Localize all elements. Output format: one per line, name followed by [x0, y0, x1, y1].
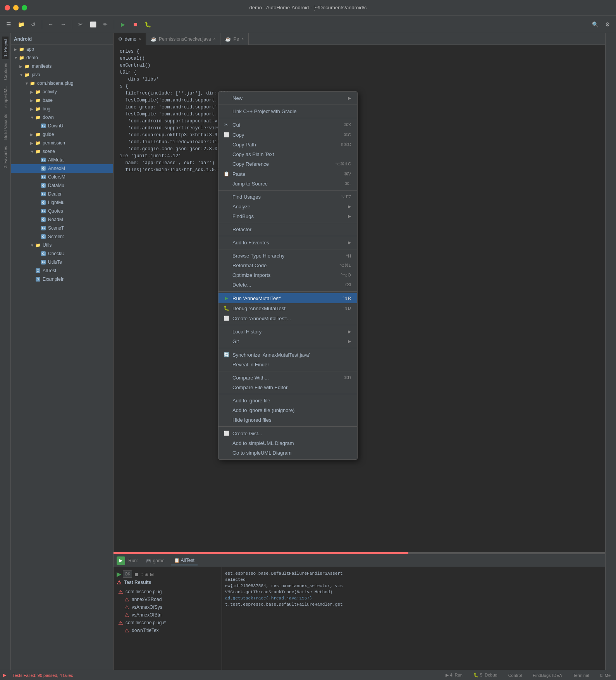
menu-item[interactable]: Compare With...⌘D: [219, 373, 357, 383]
status-me-tab[interactable]: 0: Me: [597, 672, 613, 678]
menu-item[interactable]: 📋Paste⌘V: [219, 169, 357, 179]
toolbar-stop-btn[interactable]: ⏹: [130, 19, 141, 30]
menu-item[interactable]: Add to ignore file (unignore): [219, 405, 357, 415]
editor-tab[interactable]: ☕ PermissionsChecker.java ×: [146, 33, 221, 45]
menu-item[interactable]: FindBugs▶: [219, 211, 357, 221]
status-run-tab[interactable]: ▶ 4: Run: [443, 672, 465, 678]
menu-item[interactable]: Reveal in Finder: [219, 360, 357, 369]
test-item[interactable]: ⚠vsAnnexOfSys: [117, 603, 219, 611]
menu-item[interactable]: 🔄Synchronize 'AnnexMutalTest.java': [219, 350, 357, 360]
tree-item[interactable]: ▶📁guide: [11, 130, 113, 139]
tab-close-btn[interactable]: ×: [213, 37, 216, 41]
menu-item[interactable]: Add to Favorites▶: [219, 238, 357, 247]
test-sort-btn[interactable]: ↕: [141, 570, 143, 578]
tree-item[interactable]: ▶📁permission: [11, 139, 113, 147]
tree-item[interactable]: ▼📁Utils: [11, 241, 113, 249]
status-findbugs-tab[interactable]: FindBugs-IDEA: [530, 672, 564, 678]
menu-item[interactable]: ⬜Create 'AnnexMutalTest'...: [219, 313, 357, 323]
output-line[interactable]: ad.getStackTrace(Thread.java:1567): [225, 595, 602, 601]
tree-item[interactable]: GColorsM: [11, 173, 113, 181]
menu-item[interactable]: Delete...⌫: [219, 280, 357, 290]
tree-item[interactable]: GUtilsTe: [11, 258, 113, 266]
tree-item[interactable]: GAnnexM: [11, 164, 113, 173]
run-tests-btn[interactable]: ▶: [117, 570, 121, 578]
code-editor[interactable]: ories {enLocal()enCentral()tDir { dirs '…: [114, 45, 605, 552]
tree-item[interactable]: GLightMu: [11, 198, 113, 207]
editor-tab[interactable]: ☕ Pe ×: [220, 33, 249, 45]
menu-item[interactable]: Compare File with Editor: [219, 383, 357, 392]
menu-item[interactable]: 🐛Debug 'AnnexMutalTest'^⇧D: [219, 303, 357, 313]
menu-item[interactable]: Copy Reference⌥⌘⇧C: [219, 159, 357, 169]
tree-item[interactable]: ▶📁bug: [11, 105, 113, 113]
toolbar-menu-btn[interactable]: ☰: [3, 19, 14, 30]
tab-close-btn[interactable]: ×: [241, 37, 244, 41]
tree-item[interactable]: ▼📁down: [11, 113, 113, 122]
menu-item[interactable]: Add to simpleUML Diagram: [219, 438, 357, 448]
menu-item[interactable]: Optimize Imports^⌥O: [219, 270, 357, 280]
menu-item[interactable]: Find Usages⌥F7: [219, 192, 357, 202]
tree-item[interactable]: GDealer: [11, 190, 113, 198]
test-filter-btn[interactable]: ⊞: [145, 570, 148, 578]
menu-item[interactable]: Browse Type Hierarchy^H: [219, 251, 357, 261]
simpleuml-tab[interactable]: simpleUML: [2, 84, 9, 110]
test-expand-btn[interactable]: ⊟: [150, 570, 154, 578]
toolbar-paste-btn[interactable]: ✏: [100, 19, 111, 30]
toolbar-copy-btn[interactable]: ⬜: [88, 19, 98, 30]
favorites-tab[interactable]: 2: Favorites: [2, 144, 9, 170]
test-item[interactable]: ⚠vsAnnexOfBtn: [117, 611, 219, 619]
menu-item[interactable]: Jump to Source⌘↓: [219, 179, 357, 189]
menu-item[interactable]: Refactor: [219, 225, 357, 234]
tree-item[interactable]: ▼📁scene: [11, 147, 113, 156]
toolbar-run-btn[interactable]: ▶: [117, 19, 128, 30]
tree-item[interactable]: ▶📁activity: [11, 88, 113, 96]
build-variants-tab[interactable]: Build Variants: [2, 112, 9, 142]
toolbar-folder-btn[interactable]: 📁: [15, 19, 26, 30]
toolbar-debug-btn[interactable]: 🐛: [142, 19, 153, 30]
tab-close-btn[interactable]: ×: [139, 37, 141, 41]
tree-item[interactable]: GQuotes: [11, 207, 113, 215]
menu-item[interactable]: ⬜Copy⌘C: [219, 130, 357, 140]
test-item[interactable]: ⚠com.hiscene.plug.i*: [117, 619, 219, 627]
toolbar-forward-btn[interactable]: →: [58, 19, 69, 30]
menu-item[interactable]: New▶: [219, 93, 357, 103]
toolbar-search-btn[interactable]: 🔍: [590, 19, 601, 30]
toolbar-settings-btn[interactable]: ⚙: [602, 19, 613, 30]
menu-item[interactable]: Add to ignore file: [219, 396, 357, 405]
toolbar-refresh-btn[interactable]: ↺: [28, 19, 39, 30]
menu-item[interactable]: Hide ignored files: [219, 415, 357, 425]
toolbar-cut-btn[interactable]: ✂: [75, 19, 86, 30]
test-item[interactable]: ⚠annexVSRoad: [117, 596, 219, 603]
status-debug-tab[interactable]: 🐛 5: Debug: [471, 672, 500, 678]
menu-item[interactable]: Copy as Plain Text: [219, 149, 357, 159]
tree-item[interactable]: GExampleIn: [11, 275, 113, 283]
project-tab[interactable]: 1: Project: [2, 36, 9, 59]
menu-item[interactable]: Copy Path⇧⌘C: [219, 140, 357, 149]
menu-item[interactable]: Link C++ Project with Gradle: [219, 106, 357, 116]
test-item[interactable]: ⚠downTitleTex: [117, 627, 219, 634]
ok-badge[interactable]: OK: [123, 570, 132, 578]
menu-item[interactable]: ⬜Create Gist...: [219, 428, 357, 438]
tree-item[interactable]: ▼📁com.hiscene.plug: [11, 79, 113, 88]
tree-item[interactable]: GScreen:: [11, 232, 113, 241]
minimize-button[interactable]: [13, 5, 19, 10]
toolbar-back-btn[interactable]: ←: [45, 19, 56, 30]
menu-item[interactable]: Go to simpleUML Diagram: [219, 448, 357, 458]
test-item[interactable]: ⚠com.hiscene.plug: [117, 588, 219, 596]
tree-item[interactable]: GAllTest: [11, 266, 113, 275]
tree-item[interactable]: ▼📁java: [11, 70, 113, 79]
status-terminal-tab[interactable]: Terminal: [571, 672, 592, 678]
tree-item[interactable]: GCheckU: [11, 249, 113, 258]
menu-item[interactable]: ✂Cut⌘X: [219, 120, 357, 130]
game-tab[interactable]: 🎮 game: [143, 556, 167, 565]
menu-item[interactable]: Analyze▶: [219, 202, 357, 211]
close-button[interactable]: [5, 5, 10, 10]
tree-item[interactable]: ▶📁base: [11, 96, 113, 105]
tree-item[interactable]: GSceneT: [11, 224, 113, 232]
menu-item[interactable]: Reformat Code⌥⌘L: [219, 261, 357, 270]
tree-item[interactable]: ▶📁app: [11, 45, 113, 53]
tree-item[interactable]: GDataMu: [11, 181, 113, 190]
menu-item[interactable]: ▶Run 'AnnexMutalTest'^⇧R: [219, 293, 357, 303]
tree-item[interactable]: GRoadM: [11, 215, 113, 224]
maximize-button[interactable]: [22, 5, 27, 10]
captures-tab[interactable]: Captures: [2, 60, 9, 82]
